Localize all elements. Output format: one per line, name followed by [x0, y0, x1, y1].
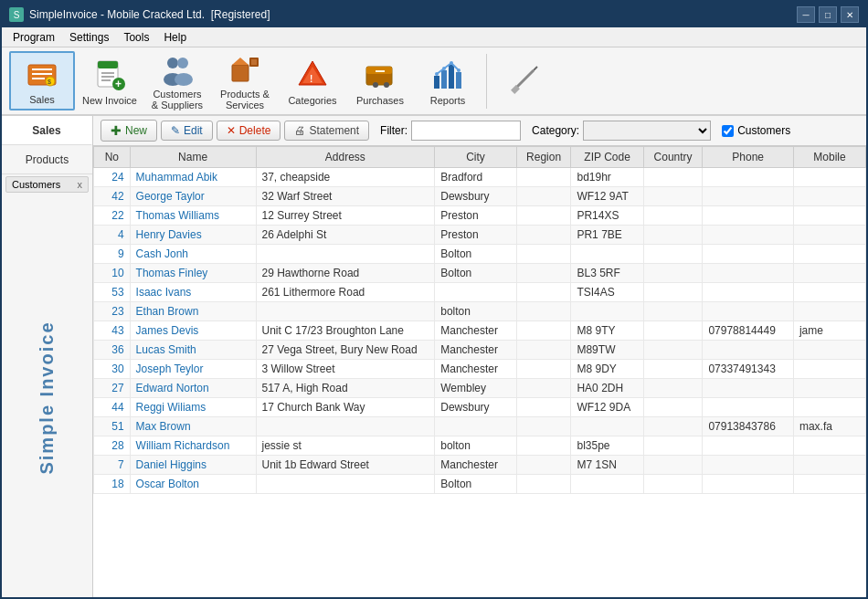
statement-button[interactable]: 🖨 Statement [284, 121, 369, 141]
cell-name[interactable]: Thomas Finley [130, 264, 256, 283]
cell-no[interactable]: 27 [94, 379, 131, 398]
menu-help[interactable]: Help [156, 29, 194, 46]
customers-tag-close[interactable]: x [78, 179, 83, 190]
maximize-button[interactable]: □ [819, 6, 837, 23]
table-row[interactable]: 9 Cash Jonh Bolton [94, 245, 866, 264]
svg-line-39 [534, 67, 537, 70]
menu-program[interactable]: Program [5, 29, 62, 46]
col-name[interactable]: Name [130, 147, 256, 168]
menu-settings[interactable]: Settings [62, 29, 116, 46]
cell-no[interactable]: 30 [94, 360, 131, 379]
table-row[interactable]: 44 Reggi Wiliams 17 Church Bank Way Dews… [94, 398, 866, 417]
table-row[interactable]: 53 Isaac Ivans 261 Lithermore Road TSI4A… [94, 283, 866, 302]
col-city[interactable]: City [435, 147, 517, 168]
table-row[interactable]: 27 Edward Norton 517 A, High Road Wemble… [94, 379, 866, 398]
cell-name[interactable]: Isaac Ivans [130, 283, 256, 302]
cell-name[interactable]: Ethan Brown [130, 302, 256, 321]
cell-no[interactable]: 7 [94, 456, 131, 475]
col-country[interactable]: Country [643, 147, 703, 168]
table-row[interactable]: 4 Henry Davies 26 Adelphi St Preston PR1… [94, 226, 866, 245]
customers-tag[interactable]: Customers x [5, 176, 89, 193]
col-region[interactable]: Region [516, 147, 571, 168]
cell-no[interactable]: 51 [94, 417, 131, 436]
close-button[interactable]: ✕ [841, 6, 859, 23]
filter-input[interactable] [411, 121, 521, 141]
table-row[interactable]: 30 Joseph Teylor 3 Willow Street Manches… [94, 360, 866, 379]
menu-tools[interactable]: Tools [116, 29, 156, 46]
cell-name[interactable]: Muhammad Abik [130, 168, 256, 187]
table-row[interactable]: 43 James Devis Unit C 17/23 Broughton La… [94, 321, 866, 341]
cell-name[interactable]: William Richardson [130, 436, 256, 456]
new-button[interactable]: ✚ New [101, 120, 157, 142]
table-row[interactable]: 51 Max Brown 07913843786 max.fa [94, 417, 866, 436]
toolbar-new-invoice[interactable]: + New Invoice [77, 51, 143, 110]
cell-no[interactable]: 28 [94, 436, 131, 456]
cell-no[interactable]: 43 [94, 321, 131, 341]
table-row[interactable]: 36 Lucas Smith 27 Vega Street, Bury New … [94, 341, 866, 360]
cell-name[interactable]: Joseph Teylor [130, 360, 256, 379]
cell-no[interactable]: 23 [94, 302, 131, 321]
svg-rect-8 [101, 72, 114, 74]
cell-phone [703, 226, 794, 245]
cell-no[interactable]: 44 [94, 398, 131, 417]
cell-no[interactable]: 42 [94, 187, 131, 206]
cell-no[interactable]: 36 [94, 341, 131, 360]
table-header-row: No Name Address City Region ZIP Code Cou… [94, 147, 866, 168]
cell-name[interactable]: George Taylor [130, 187, 256, 206]
cell-no[interactable]: 9 [94, 245, 131, 264]
cell-address [256, 475, 435, 494]
toolbar-reports[interactable]: Reports [415, 51, 481, 110]
cell-name[interactable]: Reggi Wiliams [130, 398, 256, 417]
left-tab-sales[interactable]: Sales [2, 116, 92, 145]
svg-point-33 [435, 72, 439, 76]
toolbar-purchases[interactable]: Purchases [347, 51, 413, 110]
cell-name[interactable]: Max Brown [130, 417, 256, 436]
purchases-icon [362, 57, 398, 93]
toolbar-sales[interactable]: $ Sales [9, 51, 75, 110]
toolbar-customers-suppliers[interactable]: Customers & Suppliers [144, 51, 210, 110]
table-row[interactable]: 18 Oscar Bolton Bolton [94, 475, 866, 494]
col-mobile[interactable]: Mobile [793, 147, 865, 168]
table-row[interactable]: 42 George Taylor 32 Warf Street Dewsbury… [94, 187, 866, 206]
cell-address: 12 Surrey Street [256, 206, 435, 226]
left-tab-products[interactable]: Products [2, 145, 92, 174]
toolbar-categories[interactable]: ! Categories [280, 51, 345, 110]
cell-no[interactable]: 18 [94, 475, 131, 494]
table-row[interactable]: 28 William Richardson jessie st bolton b… [94, 436, 866, 456]
category-select[interactable] [583, 121, 711, 141]
cell-name[interactable]: Edward Norton [130, 379, 256, 398]
cell-name[interactable]: Henry Davies [130, 226, 256, 245]
cell-no[interactable]: 22 [94, 206, 131, 226]
customers-tag-label: Customers [12, 179, 60, 190]
cell-name[interactable]: Lucas Smith [130, 341, 256, 360]
table-row[interactable]: 23 Ethan Brown bolton [94, 302, 866, 321]
cell-address: 32 Warf Street [256, 187, 435, 206]
col-address[interactable]: Address [256, 147, 435, 168]
delete-button[interactable]: ✕ Delete [217, 121, 281, 141]
cell-name[interactable]: Daniel Higgins [130, 456, 256, 475]
cell-no[interactable]: 4 [94, 226, 131, 245]
toolbar-separator [486, 54, 487, 109]
table-row[interactable]: 10 Thomas Finley 29 Hawthorne Road Bolto… [94, 264, 866, 283]
new-label: New [125, 124, 147, 137]
cell-no[interactable]: 53 [94, 283, 131, 302]
table-row[interactable]: 24 Muhammad Abik 37, cheapside Bradford … [94, 168, 866, 187]
cell-name[interactable]: Cash Jonh [130, 245, 256, 264]
cell-no[interactable]: 24 [94, 168, 131, 187]
cell-mobile [793, 360, 865, 379]
toolbar-extra[interactable] [492, 51, 558, 110]
table-row[interactable]: 22 Thomas Williams 12 Surrey Street Pres… [94, 206, 866, 226]
cell-no[interactable]: 10 [94, 264, 131, 283]
col-no[interactable]: No [94, 147, 131, 168]
edit-button[interactable]: ✎ Edit [161, 121, 213, 141]
reports-icon [429, 57, 466, 93]
table-row[interactable]: 7 Daniel Higgins Unit 1b Edward Street M… [94, 456, 866, 475]
minimize-button[interactable]: ─ [797, 6, 815, 23]
col-phone[interactable]: Phone [703, 147, 794, 168]
customers-checkbox[interactable] [722, 125, 734, 137]
cell-name[interactable]: Thomas Williams [130, 206, 256, 226]
toolbar-products-services[interactable]: Products & Services [212, 51, 278, 110]
cell-name[interactable]: James Devis [130, 321, 256, 341]
col-zip[interactable]: ZIP Code [571, 147, 643, 168]
cell-name[interactable]: Oscar Bolton [130, 475, 256, 494]
